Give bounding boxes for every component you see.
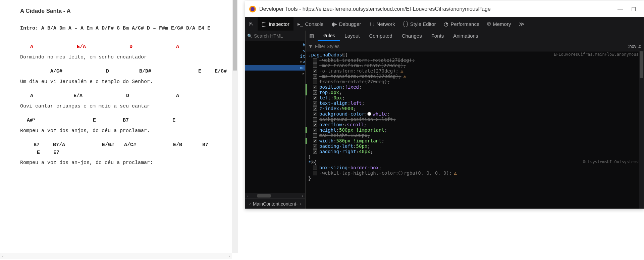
rules-subtab-animations[interactable]: Animations xyxy=(448,31,483,41)
rules-subtab-layout[interactable]: Layout xyxy=(340,31,364,41)
devtools-tab-inspector[interactable]: ⬚Inspector xyxy=(258,17,293,31)
tree-scrollbar-thumb[interactable] xyxy=(257,194,271,198)
decl-toggle-checkbox[interactable] xyxy=(313,96,317,100)
css-declaration[interactable]: height: 500px !important; xyxy=(308,127,641,133)
css-declaration[interactable]: width: 580px !important; xyxy=(308,138,641,143)
tree-node[interactable]: ▾< xyxy=(245,59,305,65)
devtools-tab-icon[interactable]: ≫ xyxy=(515,17,529,31)
decl-toggle-checkbox[interactable] xyxy=(313,106,317,111)
decl-toggle-checkbox[interactable] xyxy=(313,149,317,154)
css-declaration[interactable]: transform: rotate(270deg); xyxy=(308,79,641,84)
decl-toggle-checkbox[interactable] xyxy=(313,139,317,143)
vertical-scrollbar[interactable] xyxy=(232,0,238,253)
devtools-tab-network[interactable]: ↑↓Network xyxy=(365,17,399,31)
minimize-button[interactable]: — xyxy=(613,4,627,14)
decl-toggle-checkbox[interactable] xyxy=(313,133,317,138)
tab-icon: ⎚ xyxy=(487,21,491,27)
rule-selector[interactable]: * ⎘ {OutsystemsUI.OutsystemsU xyxy=(308,160,641,165)
chord: E xyxy=(172,117,175,125)
css-declaration[interactable]: -moz-transform: ▸ rotate(270deg); xyxy=(308,63,641,68)
devtools-tab-style editor[interactable]: { }Style Editor xyxy=(399,17,440,31)
chord: A xyxy=(176,43,179,51)
css-declaration[interactable]: -ms-transform: rotate(270deg); ⚠ xyxy=(308,74,641,79)
rules-tabs: ▥ RulesLayoutComputedChangesFontsAnimati… xyxy=(306,31,644,41)
css-declaration[interactable]: box-sizing: border-box; xyxy=(308,165,641,170)
maximize-button[interactable]: ☐ xyxy=(627,4,640,14)
decl-toggle-checkbox[interactable] xyxy=(313,63,317,68)
css-declaration[interactable]: padding-right: 40px; xyxy=(308,149,641,154)
chord: A#° xyxy=(27,117,36,125)
decl-toggle-checkbox[interactable] xyxy=(313,128,317,132)
devtools-tab-memory[interactable]: ⎚Memory xyxy=(483,17,515,31)
filter-styles-input[interactable] xyxy=(315,44,355,49)
tree-scroll-left[interactable]: ‹ xyxy=(245,194,251,198)
breadcrumb-item[interactable]: MainContent.content- xyxy=(253,201,298,207)
decl-toggle-checkbox[interactable] xyxy=(313,144,317,148)
rules-subtab-rules[interactable]: Rules xyxy=(318,31,340,41)
decl-toggle-checkbox[interactable] xyxy=(313,80,317,84)
breadcrumb-prev[interactable]: ‹ xyxy=(247,201,253,207)
decl-toggle-checkbox[interactable] xyxy=(313,69,317,73)
css-declaration[interactable]: max-height: 1500px; xyxy=(308,133,641,138)
decl-toggle-checkbox[interactable] xyxy=(313,166,317,170)
css-declaration[interactable]: padding-left: 50px; xyxy=(308,143,641,149)
tree-node[interactable]: < xyxy=(245,48,305,53)
css-declaration[interactable]: background-color: white; xyxy=(308,111,641,117)
decl-toggle-checkbox[interactable] xyxy=(313,85,317,89)
css-declaration[interactable]: z-index: 9000; xyxy=(308,106,641,111)
rules-subtab-computed[interactable]: Computed xyxy=(364,31,397,41)
css-declaration[interactable]: text-align: left; xyxy=(308,100,641,106)
scroll-left-arrow[interactable]: ‹ xyxy=(0,253,6,259)
devtools-window: Developer Tools - https://elizeu-ferreir… xyxy=(245,1,644,209)
lyric-line: Dormindo no meu leito, em sonho encantad… xyxy=(20,54,228,61)
devtools-tab-icon[interactable]: ⇱ xyxy=(245,17,258,31)
decl-toggle-checkbox[interactable] xyxy=(313,171,317,175)
rules-body[interactable]: .paginaDados ⎘ {EFLouvoresCifras.MainFlo… xyxy=(306,51,644,209)
chord-line: AE/ADA xyxy=(20,92,228,100)
decl-toggle-checkbox[interactable] xyxy=(313,90,317,95)
search-html-input[interactable] xyxy=(245,33,315,39)
rules-panel: ▥ RulesLayoutComputedChangesFontsAnimati… xyxy=(306,31,644,209)
tree-node[interactable]: it xyxy=(245,53,305,59)
css-declaration[interactable]: position: fixed; xyxy=(308,84,641,90)
css-declaration[interactable]: background-position-x: left; xyxy=(308,117,641,122)
chord: D xyxy=(126,92,129,100)
scroll-right-arrow[interactable]: › xyxy=(226,253,232,259)
rule-selector[interactable]: .paginaDados ⎘ {EFLouvoresCifras.MainFlo… xyxy=(308,52,641,57)
horizontal-scrollbar[interactable]: ‹ › xyxy=(0,253,232,259)
tree-horizontal-scrollbar[interactable]: ‹ › xyxy=(245,193,305,199)
devtools-tab-performance[interactable]: ◔Performance xyxy=(440,17,483,31)
chord: B7 xyxy=(123,117,129,125)
decl-toggle-checkbox[interactable] xyxy=(313,58,317,62)
chord: B7 xyxy=(202,141,208,149)
chord-line: B7B7/AE/G#A/C#E/BB7EE7 xyxy=(20,141,228,157)
markup-tree[interactable]: b<it▾<mi▸ xyxy=(245,41,305,193)
hov-toggle[interactable]: :hov .c xyxy=(628,44,641,49)
chord: E/B xyxy=(173,141,182,149)
tree-scroll-right[interactable]: › xyxy=(300,194,305,198)
css-declaration[interactable]: -webkit-transform: ▸ rotate(270deg); xyxy=(308,57,641,63)
rules-subtab-changes[interactable]: Changes xyxy=(397,31,427,41)
decl-toggle-checkbox[interactable] xyxy=(313,112,317,116)
decl-toggle-checkbox[interactable] xyxy=(313,101,317,105)
decl-toggle-checkbox[interactable] xyxy=(313,123,317,127)
css-declaration[interactable]: top: 0px; xyxy=(308,90,641,95)
decl-toggle-checkbox[interactable] xyxy=(313,117,317,122)
tree-node[interactable]: b xyxy=(245,42,305,48)
devtools-tab-console[interactable]: ▸_Console xyxy=(293,17,328,31)
chord: A/C# xyxy=(50,68,62,76)
devtools-tab-debugger[interactable]: ◖▸Debugger xyxy=(328,17,365,31)
css-declaration[interactable]: left: 0px; xyxy=(308,95,641,100)
css-declaration[interactable]: -o-transform: rotate(270deg); ⚠ xyxy=(308,68,641,74)
tree-node[interactable]: mi xyxy=(245,65,305,71)
breadcrumb-next[interactable]: › xyxy=(298,201,304,207)
scrollbar-thumb[interactable] xyxy=(233,0,237,71)
chord: E xyxy=(198,68,201,76)
decl-toggle-checkbox[interactable] xyxy=(313,74,317,79)
css-declaration[interactable]: -webkit-tap-highlight-color: rgba(0, 0, … xyxy=(308,170,641,176)
tree-node[interactable]: ▸ xyxy=(245,71,305,76)
rules-subtab-fonts[interactable]: Fonts xyxy=(427,31,449,41)
window-title: Developer Tools - https://elizeu-ferreir… xyxy=(259,6,491,12)
css-declaration[interactable]: overflow: ▸ scroll; xyxy=(308,122,641,127)
tab-icon: ▸_ xyxy=(298,21,303,27)
